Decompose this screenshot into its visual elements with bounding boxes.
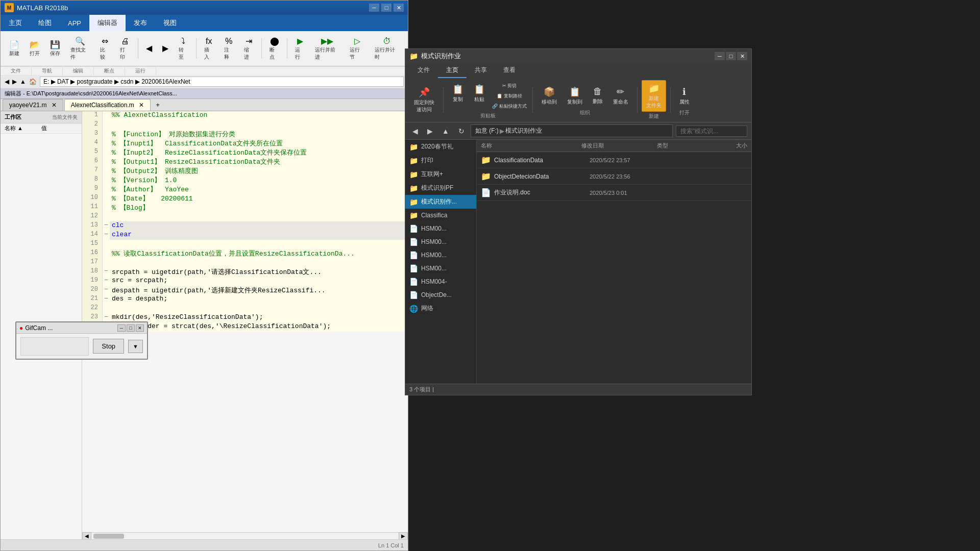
- addr-home-btn[interactable]: 🏠: [29, 78, 37, 85]
- run-button[interactable]: ▶ 运行: [290, 34, 309, 63]
- fe-minimize-btn[interactable]: ─: [715, 52, 725, 60]
- gifcam-minimize-btn[interactable]: ─: [117, 324, 126, 332]
- file-date: 2020/5/23 0:01: [590, 190, 661, 196]
- fe-path[interactable]: 如意 (F:) ▶ 模式识别作业: [471, 124, 673, 137]
- line-content: despath = uigetdir(path,'选择新建文件夹ResizeCl…: [110, 286, 408, 295]
- menu-plot[interactable]: 绘图: [30, 15, 60, 31]
- fe-sidebar-item[interactable]: 📁Classifica: [405, 209, 476, 222]
- indent-button[interactable]: ⇥ 缩进: [239, 34, 258, 63]
- run-and-advance-button[interactable]: ▶▶ 运行并前进: [310, 34, 344, 63]
- fe-forward-btn[interactable]: ▶: [424, 126, 436, 136]
- fe-copy-to-btn[interactable]: 📋 复制到: [562, 84, 587, 108]
- save-button[interactable]: 💾 保存: [45, 38, 65, 59]
- fe-search-input[interactable]: [676, 126, 747, 137]
- line-content: % 【Output1】 ResizeClassificationData文件夹: [110, 157, 408, 166]
- fe-sidebar-item[interactable]: 📄HSM00...: [405, 248, 476, 262]
- addr-up-btn[interactable]: ▲: [20, 78, 26, 85]
- navigate-button[interactable]: ⤵ 转至: [174, 35, 193, 63]
- fe-file-item[interactable]: 📁 ClassificationData 2020/5/22 23:57: [477, 152, 751, 168]
- sidebar-col-value: 值: [41, 124, 78, 132]
- line-number: 22: [82, 304, 103, 313]
- tab-close-alexnet[interactable]: ✕: [139, 102, 144, 109]
- tab-alexnet[interactable]: AlexnetClassification.m ✕: [64, 99, 151, 111]
- gifcam-dropdown-btn[interactable]: ▼: [128, 340, 143, 353]
- menu-view[interactable]: 视图: [155, 15, 185, 31]
- line-number: 11: [82, 203, 103, 212]
- address-path[interactable]: E: ▶ DAT ▶ postgraudate ▶ csdn ▶ 2020061…: [40, 77, 404, 87]
- sidebar-item-label: 打印: [421, 156, 433, 165]
- find-files-button[interactable]: 🔍 查找文件: [66, 34, 94, 63]
- fe-delete-btn[interactable]: 🗑 删除: [588, 84, 607, 108]
- fe-back-btn[interactable]: ◀: [409, 126, 421, 136]
- fe-close-btn[interactable]: ✕: [737, 52, 747, 60]
- fe-sidebar-item[interactable]: 📄ObjectDe...: [405, 288, 476, 302]
- nav-next-button[interactable]: ▶: [158, 41, 173, 56]
- gifcam-close-btn[interactable]: ✕: [136, 324, 144, 332]
- insert-button[interactable]: fx 插入: [200, 35, 218, 63]
- fe-paste-shortcut-btn[interactable]: 🔗 粘贴快捷方式: [491, 102, 528, 111]
- code-line-15: 15: [82, 240, 408, 249]
- new-button[interactable]: 📄 新建: [5, 38, 24, 59]
- open-button[interactable]: 📂 打开: [25, 38, 44, 59]
- menu-home[interactable]: 主页: [1, 15, 30, 31]
- fe-sidebar-item[interactable]: 📁打印: [405, 154, 476, 167]
- fe-sidebar-item[interactable]: 📁模式识别作...: [405, 195, 476, 209]
- fe-up-btn[interactable]: ▲: [439, 126, 452, 136]
- matlab-minimize-btn[interactable]: ─: [369, 4, 379, 12]
- fe-sidebar-item[interactable]: 📁2020春节礼: [405, 140, 476, 154]
- scroll-right-btn[interactable]: ▶: [399, 532, 408, 539]
- fe-move-to-btn[interactable]: 📦 移动到: [537, 84, 561, 108]
- fe-copy-btn[interactable]: 📋 复制: [448, 81, 468, 111]
- fe-tab-share[interactable]: 共享: [467, 63, 495, 78]
- code-line-13: 13—clc: [82, 221, 408, 231]
- fe-sidebar-item[interactable]: 📁互联网+: [405, 167, 476, 181]
- fe-file-item[interactable]: 📁 ObjectDetecionData 2020/5/22 23:56: [477, 168, 751, 185]
- code-line-20: 20—despath = uigetdir(path,'选择新建文件夹Resiz…: [82, 286, 408, 295]
- fe-tab-home[interactable]: 主页: [438, 63, 467, 78]
- line-number: 20: [82, 286, 103, 295]
- matlab-titlebar: M MATLAB R2018b ─ □ ✕: [1, 1, 408, 15]
- tab-close-yaoyee[interactable]: ✕: [52, 102, 57, 109]
- menu-editor[interactable]: 编辑器: [89, 15, 126, 31]
- matlab-maximize-btn[interactable]: □: [381, 4, 391, 12]
- run-section-button[interactable]: ▷ 运行节: [345, 34, 369, 63]
- gifcam-stop-button[interactable]: Stop: [93, 339, 124, 354]
- fe-file-item[interactable]: 📄 作业说明.doc 2020/5/23 0:01: [477, 185, 751, 201]
- fe-sidebar-item[interactable]: 📄HSM004-: [405, 275, 476, 288]
- fe-paste-btn[interactable]: 📋 粘贴: [469, 81, 489, 111]
- fe-sidebar-item[interactable]: 🌐网络: [405, 302, 476, 315]
- fe-cut-btn[interactable]: ✂ 剪切: [491, 81, 528, 91]
- scroll-left-btn[interactable]: ◀: [82, 532, 91, 539]
- run-timed-button[interactable]: ⏱ 运行并计时: [370, 35, 404, 63]
- code-editor[interactable]: 1%% AlexnetClassification23% 【Function】 …: [82, 111, 408, 332]
- fe-copy-path-btn[interactable]: 📋 复制路径: [491, 91, 528, 101]
- matlab-close-btn[interactable]: ✕: [394, 4, 404, 12]
- fe-properties-btn[interactable]: ℹ 属性: [675, 84, 694, 108]
- fe-body: 📁2020春节礼📁打印📁互联网+📁模式识别PF📁模式识别作...📁Classif…: [405, 140, 751, 384]
- breakpoint-button[interactable]: ⬤ 断点: [265, 34, 284, 63]
- fe-tab-view[interactable]: 查看: [495, 63, 524, 78]
- tab-add-btn[interactable]: +: [152, 99, 164, 111]
- scroll-thumb[interactable]: [93, 534, 124, 539]
- print-button[interactable]: 🖨 打印: [115, 35, 134, 63]
- menu-app[interactable]: APP: [60, 15, 89, 31]
- fe-pin-btn[interactable]: 📌 固定到快速访问: [409, 84, 439, 116]
- fe-sidebar-item[interactable]: 📄HSM00...: [405, 235, 476, 248]
- addr-back-btn[interactable]: ◀: [5, 78, 9, 85]
- fe-rename-btn[interactable]: ✏ 重命名: [608, 84, 633, 108]
- addr-forward-btn[interactable]: ▶: [12, 78, 17, 85]
- menu-publish[interactable]: 发布: [126, 15, 155, 31]
- tab-yaoyee[interactable]: yaoyeeV21.m ✕: [3, 99, 63, 111]
- fe-maximize-btn[interactable]: □: [726, 52, 736, 60]
- horizontal-scrollbar[interactable]: ◀ ▶: [82, 532, 408, 539]
- fe-tab-file[interactable]: 文件: [409, 63, 438, 78]
- fe-sidebar-item[interactable]: 📄HSM00...: [405, 222, 476, 235]
- fe-sidebar-item[interactable]: 📄HSM00...: [405, 262, 476, 275]
- fe-new-folder-btn[interactable]: 📁 新建文件夹: [642, 80, 666, 112]
- compare-button[interactable]: ⇔ 比较: [95, 34, 114, 63]
- nav-prev-button[interactable]: ◀: [141, 41, 157, 56]
- comment-button[interactable]: % 注释: [219, 35, 238, 63]
- gifcam-restore-btn[interactable]: □: [127, 324, 135, 332]
- fe-sidebar-item[interactable]: 📁模式识别PF: [405, 181, 476, 195]
- fe-refresh-btn[interactable]: ↻: [455, 126, 468, 136]
